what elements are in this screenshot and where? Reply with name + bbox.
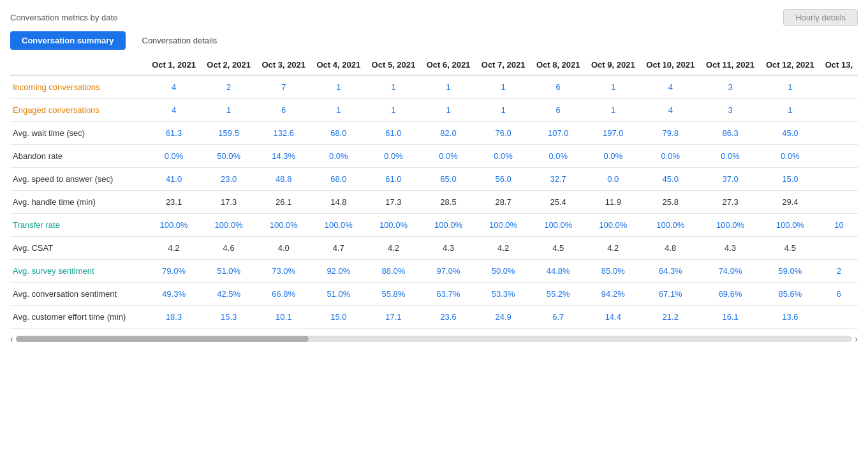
table-row: Avg. survey sentiment79.0%51.0%73.0%92.0… [10, 260, 858, 283]
col-header-12: Oct 13, [820, 55, 858, 75]
cell-6-3: 100.0% [311, 214, 366, 237]
cell-10-6: 24.9 [476, 306, 531, 329]
col-header-3: Oct 4, 2021 [311, 55, 366, 75]
row-label-9: Avg. conversation sentiment [10, 283, 147, 306]
cell-10-8: 14.4 [585, 306, 640, 329]
cell-0-12 [820, 75, 858, 99]
cell-4-7: 32.7 [531, 168, 585, 191]
row-label-1: Engaged conversations [10, 99, 147, 122]
cell-1-2: 6 [256, 99, 311, 122]
row-label-4: Avg. speed to answer (sec) [10, 168, 147, 191]
cell-4-11: 15.0 [760, 168, 820, 191]
cell-9-1: 42.5% [202, 283, 256, 306]
cell-3-5: 0.0% [421, 145, 476, 168]
table-row: Avg. wait time (sec)61.3159.5132.668.061… [10, 122, 858, 145]
cell-3-4: 0.0% [366, 145, 421, 168]
cell-7-3: 4.7 [311, 237, 366, 260]
cell-7-12 [820, 237, 858, 260]
cell-9-11: 85.6% [760, 283, 820, 306]
cell-1-4: 1 [366, 99, 421, 122]
col-header-5: Oct 6, 2021 [421, 55, 476, 75]
cell-10-5: 23.6 [421, 306, 476, 329]
row-label-6: Transfer rate [10, 214, 147, 237]
cell-3-9: 0.0% [640, 145, 700, 168]
cell-3-10: 0.0% [700, 145, 760, 168]
cell-4-2: 48.8 [256, 168, 311, 191]
cell-7-2: 4.0 [256, 237, 311, 260]
cell-4-10: 37.0 [700, 168, 760, 191]
row-label-5: Avg. handle time (min) [10, 191, 147, 214]
table-row: Transfer rate100.0%100.0%100.0%100.0%100… [10, 214, 858, 237]
scroll-track[interactable] [16, 336, 853, 342]
table-row: Abandon rate0.0%50.0%14.3%0.0%0.0%0.0%0.… [10, 145, 858, 168]
col-header-0: Oct 1, 2021 [147, 55, 202, 75]
cell-4-3: 68.0 [311, 168, 366, 191]
cell-3-8: 0.0% [585, 145, 640, 168]
scrollbar-row: ‹ › [0, 330, 868, 348]
table-row: Avg. CSAT4.24.64.04.74.24.34.24.54.24.84… [10, 237, 858, 260]
hourly-details-button[interactable]: Hourly details [783, 9, 858, 26]
table-scroll-wrapper[interactable]: Oct 1, 2021Oct 2, 2021Oct 3, 2021Oct 4, … [0, 55, 868, 329]
cell-1-5: 1 [421, 99, 476, 122]
cell-8-12: 2 [820, 260, 858, 283]
cell-10-0: 18.3 [147, 306, 202, 329]
table-row: Avg. conversation sentiment49.3%42.5%66.… [10, 283, 858, 306]
cell-0-11: 1 [760, 75, 820, 99]
cell-3-2: 14.3% [256, 145, 311, 168]
cell-6-10: 100.0% [700, 214, 760, 237]
cell-7-10: 4.3 [700, 237, 760, 260]
col-header-6: Oct 7, 2021 [476, 55, 531, 75]
cell-2-9: 79.8 [640, 122, 700, 145]
cell-3-0: 0.0% [147, 145, 202, 168]
row-label-8: Avg. survey sentiment [10, 260, 147, 283]
tab-conversation-details[interactable]: Conversation details [131, 31, 229, 50]
scroll-left-arrow[interactable]: ‹ [10, 334, 13, 344]
cell-6-0: 100.0% [147, 214, 202, 237]
cell-4-1: 23.0 [202, 168, 256, 191]
cell-5-7: 25.4 [531, 191, 585, 214]
table-row: Avg. speed to answer (sec)41.023.048.868… [10, 168, 858, 191]
cell-9-8: 94.2% [585, 283, 640, 306]
col-header-10: Oct 11, 2021 [700, 55, 760, 75]
tab-conversation-summary[interactable]: Conversation summary [10, 31, 126, 50]
cell-10-11: 13.6 [760, 306, 820, 329]
page-wrapper: Conversation metrics by date Hourly deta… [0, 0, 868, 464]
cell-9-10: 69.6% [700, 283, 760, 306]
cell-10-10: 16.1 [700, 306, 760, 329]
cell-2-4: 61.0 [366, 122, 421, 145]
cell-9-4: 55.8% [366, 283, 421, 306]
tab-bar: Conversation summary Conversation detail… [0, 31, 868, 50]
cell-5-10: 27.3 [700, 191, 760, 214]
col-header-2: Oct 3, 2021 [256, 55, 311, 75]
cell-8-8: 85.0% [585, 260, 640, 283]
cell-4-5: 65.0 [421, 168, 476, 191]
cell-0-10: 3 [700, 75, 760, 99]
cell-2-3: 68.0 [311, 122, 366, 145]
col-header-label [10, 55, 147, 75]
cell-8-9: 64.3% [640, 260, 700, 283]
cell-0-6: 1 [476, 75, 531, 99]
scroll-right-arrow[interactable]: › [855, 334, 858, 344]
cell-1-12 [820, 99, 858, 122]
cell-9-12: 6 [820, 283, 858, 306]
cell-0-8: 1 [585, 75, 640, 99]
cell-0-2: 7 [256, 75, 311, 99]
cell-9-3: 51.0% [311, 283, 366, 306]
cell-10-2: 10.1 [256, 306, 311, 329]
cell-8-6: 50.0% [476, 260, 531, 283]
cell-1-10: 3 [700, 99, 760, 122]
cell-8-1: 51.0% [202, 260, 256, 283]
cell-9-2: 66.8% [256, 283, 311, 306]
table-row: Avg. customer effort time (min)18.315.31… [10, 306, 858, 329]
col-header-7: Oct 8, 2021 [531, 55, 585, 75]
cell-4-9: 45.0 [640, 168, 700, 191]
scroll-thumb [16, 336, 309, 342]
cell-7-8: 4.2 [585, 237, 640, 260]
cell-6-12: 10 [820, 214, 858, 237]
cell-8-2: 73.0% [256, 260, 311, 283]
cell-7-9: 4.8 [640, 237, 700, 260]
cell-8-11: 59.0% [760, 260, 820, 283]
metrics-table: Oct 1, 2021Oct 2, 2021Oct 3, 2021Oct 4, … [10, 55, 858, 329]
cell-6-4: 100.0% [366, 214, 421, 237]
cell-5-12 [820, 191, 858, 214]
